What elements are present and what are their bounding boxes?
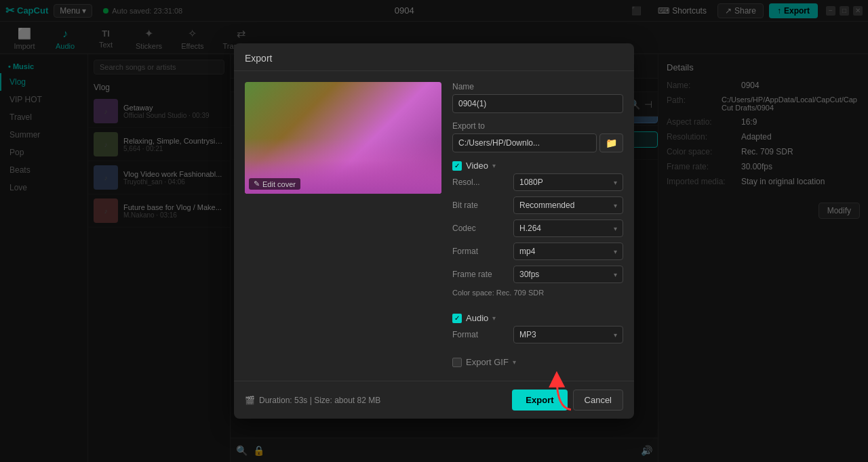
dialog-preview: ✎ Edit cover: [245, 82, 441, 370]
export-to-label: Export to: [452, 121, 623, 131]
bitrate-row: Bit rate Recommended ▾: [452, 196, 623, 214]
gif-section-arrow[interactable]: ▾: [513, 358, 516, 366]
export-gif-row: Export GIF ▾: [452, 357, 623, 367]
folder-button[interactable]: 📁: [599, 133, 623, 152]
dialog-footer: 🎬 Duration: 53s | Size: about 82 MB Expo…: [234, 381, 634, 419]
audio-section: ✓ Audio ▾ Format MP3 ▾: [452, 313, 623, 349]
cancel-button[interactable]: Cancel: [573, 390, 623, 411]
color-space-text: Color space: Rec. 709 SDR: [452, 289, 623, 297]
audio-section-arrow[interactable]: ▾: [492, 314, 496, 322]
video-section-title: Video: [466, 161, 488, 171]
codec-label: Codec: [452, 224, 513, 233]
video-section-header: ✓ Video ▾: [452, 161, 623, 171]
edit-cover-button[interactable]: ✎ Edit cover: [249, 178, 300, 190]
codec-select[interactable]: H.264 ▾: [513, 219, 623, 237]
video-section: ✓ Video ▾ Resol... 1080P ▾ Bit rate: [452, 161, 623, 305]
name-row: Name: [452, 82, 623, 113]
resolution-value: 1080P: [519, 177, 543, 187]
framerate-value: 30fps: [519, 270, 539, 279]
framerate-label: Frame rate: [452, 270, 513, 279]
name-input[interactable]: [452, 94, 623, 113]
audio-section-title: Audio: [466, 313, 488, 323]
dialog-form: Name Export to 📁 ✓ Video ▾: [452, 82, 623, 370]
resolution-row: Resol... 1080P ▾: [452, 173, 623, 191]
export-to-row: Export to 📁: [452, 121, 623, 152]
footer-duration-text: Duration: 53s | Size: about 82 MB: [259, 396, 380, 405]
bitrate-label: Bit rate: [452, 201, 513, 210]
format-row: Format mp4 ▾: [452, 243, 623, 260]
codec-value: H.264: [519, 224, 541, 233]
audio-format-select[interactable]: MP3 ▾: [513, 326, 623, 343]
export-dialog: Export ✎ Edit cover: [234, 43, 634, 419]
format-label: Format: [452, 247, 513, 256]
name-label: Name: [452, 82, 623, 91]
audio-format-value: MP3: [519, 330, 536, 339]
audio-format-row: Format MP3 ▾: [452, 326, 623, 343]
dialog-body: ✎ Edit cover Name Export to 📁: [234, 71, 634, 381]
audio-format-arrow: ▾: [614, 331, 617, 339]
dialog-overlay: Export ✎ Edit cover: [0, 0, 868, 462]
footer-buttons: Export Cancel: [512, 390, 623, 411]
export-to-input[interactable]: [452, 133, 597, 152]
framerate-row: Frame rate 30fps ▾: [452, 266, 623, 283]
format-select[interactable]: mp4 ▾: [513, 243, 623, 260]
format-arrow: ▾: [614, 248, 617, 255]
codec-arrow: ▾: [614, 225, 617, 232]
codec-row: Codec H.264 ▾: [452, 219, 623, 237]
framerate-arrow: ▾: [614, 271, 617, 278]
format-value: mp4: [519, 247, 535, 256]
bitrate-value: Recommended: [519, 201, 574, 210]
dialog-header: Export: [234, 43, 634, 71]
edit-cover-label: Edit cover: [262, 180, 296, 188]
bitrate-arrow: ▾: [614, 202, 617, 209]
resolution-arrow: ▾: [614, 179, 617, 186]
video-section-arrow[interactable]: ▾: [492, 162, 496, 169]
video-checkbox[interactable]: ✓: [452, 161, 462, 171]
film-icon: 🎬: [245, 396, 255, 405]
resolution-select[interactable]: 1080P ▾: [513, 173, 623, 191]
resolution-label: Resol...: [452, 177, 513, 187]
audio-section-header: ✓ Audio ▾: [452, 313, 623, 323]
audio-format-label: Format: [452, 330, 513, 339]
audio-checkbox[interactable]: ✓: [452, 314, 462, 323]
framerate-select[interactable]: 30fps ▾: [513, 266, 623, 283]
edit-icon: ✎: [254, 180, 260, 188]
export-button[interactable]: Export: [512, 390, 567, 411]
export-to-input-group: 📁: [452, 133, 623, 152]
preview-image: ✎ Edit cover: [245, 82, 441, 194]
bitrate-select[interactable]: Recommended ▾: [513, 196, 623, 214]
export-gif-label: Export GIF: [466, 357, 509, 367]
gif-checkbox[interactable]: [452, 358, 462, 367]
footer-info: 🎬 Duration: 53s | Size: about 82 MB: [245, 396, 380, 405]
